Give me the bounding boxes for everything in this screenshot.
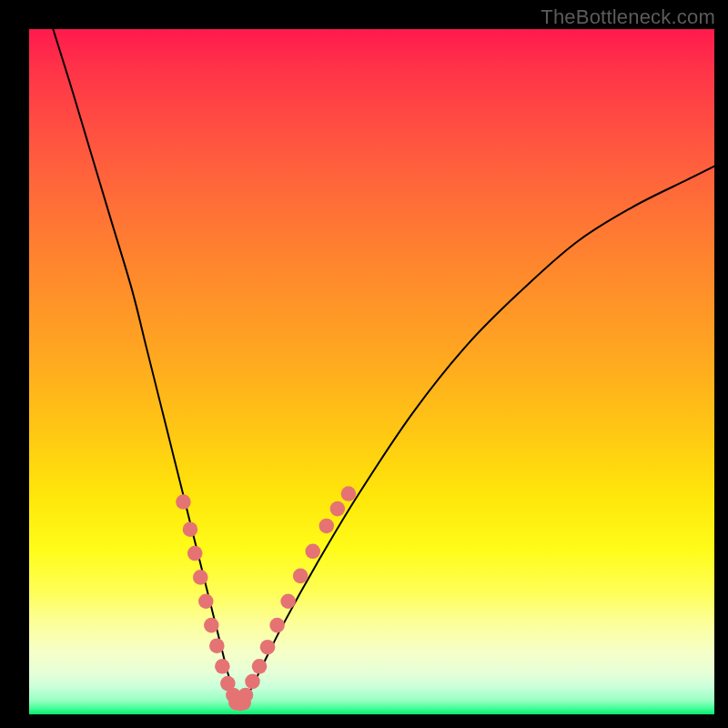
data-marker — [193, 570, 208, 585]
data-marker — [187, 546, 203, 561]
data-marker — [330, 501, 346, 517]
data-marker — [198, 593, 214, 609]
plot-area — [29, 29, 714, 714]
data-marker — [305, 544, 320, 560]
data-marker — [209, 638, 225, 653]
data-marker — [341, 486, 357, 501]
data-marker — [252, 659, 268, 674]
data-marker — [176, 494, 191, 510]
curve-lines — [53, 29, 714, 704]
data-marker — [236, 695, 251, 711]
watermark-text: TheBottleneck.com — [541, 5, 715, 29]
curve-markers — [176, 486, 356, 711]
data-marker — [215, 659, 230, 674]
data-marker — [204, 618, 219, 633]
data-marker — [280, 593, 296, 609]
series-right-branch — [238, 167, 714, 704]
chart-svg — [29, 29, 714, 714]
data-marker — [319, 519, 335, 534]
data-marker — [269, 618, 285, 633]
data-marker — [260, 640, 276, 655]
chart-frame: TheBottleneck.com — [0, 0, 728, 728]
data-marker — [293, 569, 308, 584]
data-marker — [183, 521, 198, 537]
data-marker — [245, 674, 260, 690]
